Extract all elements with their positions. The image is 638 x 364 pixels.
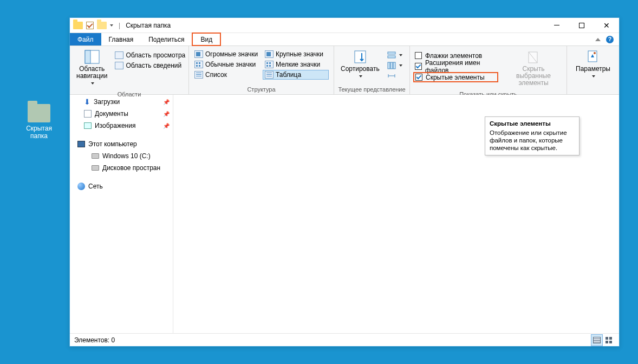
layout-details[interactable]: Таблица <box>263 70 329 80</box>
svg-rect-3 <box>388 52 395 54</box>
view-large-icons-button[interactable] <box>603 334 615 346</box>
properties-icon[interactable] <box>86 22 94 29</box>
computer-icon <box>77 141 85 147</box>
tab-view[interactable]: Вид <box>192 32 221 46</box>
details-pane-button[interactable]: Область сведений <box>113 61 187 70</box>
tab-file[interactable]: Файл <box>70 33 101 46</box>
window-title: Скрытая папка <box>126 22 171 29</box>
minimize-ribbon-icon[interactable] <box>595 38 601 41</box>
minimize-button[interactable] <box>544 18 569 33</box>
network-icon <box>77 183 85 190</box>
help-icon[interactable]: ? <box>606 36 614 43</box>
desktop-folder-label2: папка <box>23 132 55 140</box>
maximize-button[interactable] <box>569 18 594 33</box>
close-button[interactable]: ✕ <box>594 18 619 33</box>
file-explorer-window: | Скрытая папка ✕ Файл Главная Поделитьс… <box>69 17 620 347</box>
svg-rect-7 <box>393 62 395 69</box>
status-item-count: Элементов: 0 <box>74 336 115 344</box>
download-icon: ⬇ <box>84 98 90 106</box>
file-extensions-toggle[interactable]: Расширения имен файлов <box>413 61 498 72</box>
tree-pictures[interactable]: Изображения📌 <box>70 120 173 132</box>
pin-icon: 📌 <box>163 99 170 105</box>
navigation-tree[interactable]: ⬇Загрузки📌 Документы📌 Изображения📌 Этот … <box>70 95 173 333</box>
pictures-icon <box>84 122 92 129</box>
layout-medium[interactable]: Обычные значки <box>192 60 262 69</box>
tree-this-pc[interactable]: Этот компьютер <box>70 138 173 150</box>
tree-downloads[interactable]: ⬇Загрузки📌 <box>70 96 173 108</box>
tooltip-hidden-items: Скрытые элементы Отображение или скрытие… <box>485 116 580 155</box>
drive-icon <box>92 165 99 171</box>
svg-rect-6 <box>390 62 393 69</box>
svg-rect-5 <box>388 62 390 69</box>
tab-share[interactable]: Поделиться <box>141 33 192 46</box>
tooltip-body: Отображение или скрытие файлов и папок, … <box>490 129 575 152</box>
document-icon <box>84 110 92 118</box>
view-details-button[interactable] <box>591 334 603 346</box>
desktop-folder-label: Скрытая <box>23 125 55 132</box>
layout-large[interactable]: Крупные значки <box>263 49 329 59</box>
folder-icon <box>28 104 50 122</box>
new-folder-icon[interactable] <box>97 22 107 29</box>
options-button[interactable]: Параметры <box>572 48 614 81</box>
svg-rect-4 <box>388 56 395 58</box>
layout-list[interactable]: Список <box>192 70 262 80</box>
add-columns-button[interactable] <box>385 61 405 70</box>
titlebar: | Скрытая папка ✕ <box>70 18 619 33</box>
svg-rect-1 <box>85 50 90 63</box>
group-label-layout: Структура <box>189 85 334 94</box>
tooltip-title: Скрытые элементы <box>490 120 575 127</box>
group-label-current-view: Текущее представление <box>334 85 409 94</box>
sort-button[interactable]: Сортировать <box>337 48 383 81</box>
ribbon-tabs: Файл Главная Поделиться Вид ? <box>70 33 619 46</box>
separator: | <box>119 22 120 29</box>
preview-pane-button[interactable]: Область просмотра <box>113 50 187 60</box>
tree-network[interactable]: Сеть <box>70 180 173 192</box>
tree-drive-c[interactable]: Windows 10 (C:) <box>70 150 173 162</box>
status-bar: Элементов: 0 <box>70 333 619 346</box>
hide-selected-button[interactable]: Скрыть выбранныеэлементы <box>504 48 563 88</box>
hidden-items-toggle[interactable]: Скрытые элементы <box>413 72 498 82</box>
svg-point-10 <box>594 52 596 54</box>
ribbon-view: Областьнавигации Область просмотра Облас… <box>70 46 619 95</box>
desktop-folder-hidden[interactable]: Скрытая папка <box>23 104 55 140</box>
tab-home[interactable]: Главная <box>101 33 141 46</box>
folder-icon <box>73 22 83 29</box>
svg-rect-2 <box>355 51 366 63</box>
group-by-button[interactable] <box>385 50 405 60</box>
tree-drive-d[interactable]: Дисковое простран <box>70 162 173 174</box>
navigation-pane-button[interactable]: Областьнавигации <box>73 48 110 88</box>
size-columns-button[interactable] <box>385 71 405 81</box>
pin-icon: 📌 <box>163 111 170 117</box>
layout-small[interactable]: Мелкие значки <box>263 60 329 69</box>
layout-extra-large[interactable]: Огромные значки <box>192 49 262 59</box>
tree-documents[interactable]: Документы📌 <box>70 108 173 120</box>
drive-icon <box>92 153 99 159</box>
pin-icon: 📌 <box>163 123 170 129</box>
qat-dropdown-icon[interactable] <box>110 24 113 27</box>
